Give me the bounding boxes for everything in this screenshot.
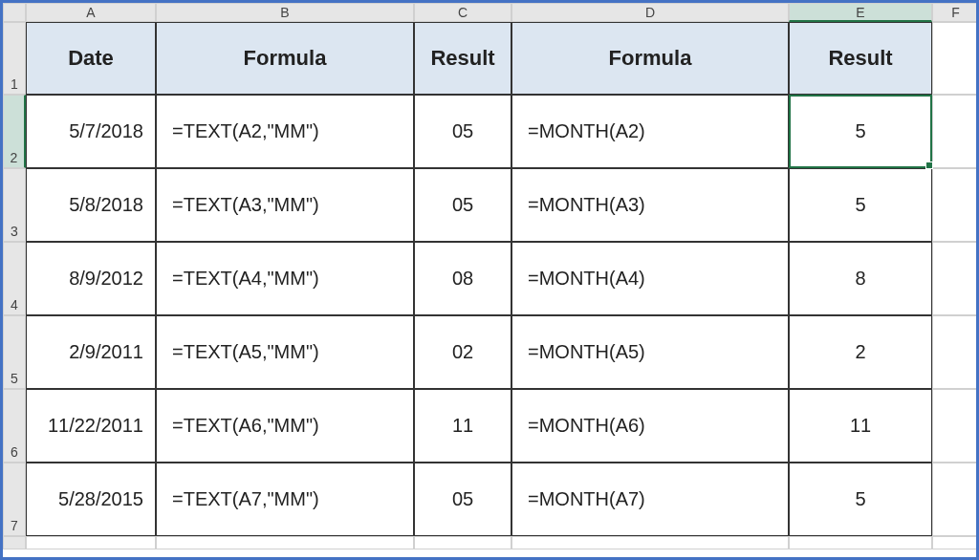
cell-f6[interactable]	[932, 389, 979, 463]
cell-e8[interactable]	[789, 536, 932, 549]
header-result-1[interactable]: Result	[414, 22, 511, 95]
cell-a6[interactable]: 11/22/2011	[26, 389, 156, 463]
row-header-7[interactable]: 7	[3, 463, 26, 536]
header-formula-2[interactable]: Formula	[511, 22, 789, 95]
select-all-corner[interactable]	[3, 3, 26, 22]
cell-a5[interactable]: 2/9/2011	[26, 315, 156, 389]
row-header-1[interactable]: 1	[3, 22, 26, 95]
cell-a4[interactable]: 8/9/2012	[26, 242, 156, 315]
row-header-4[interactable]: 4	[3, 242, 26, 315]
cell-e3[interactable]: 5	[789, 168, 932, 242]
cell-c4[interactable]: 08	[414, 242, 511, 315]
cell-b6[interactable]: =TEXT(A6,"MM")	[156, 389, 414, 463]
col-header-c[interactable]: C	[414, 3, 511, 22]
cell-e5[interactable]: 2	[789, 315, 932, 389]
cell-d8[interactable]	[511, 536, 789, 549]
cell-f2[interactable]	[932, 95, 979, 168]
cell-d3[interactable]: =MONTH(A3)	[511, 168, 789, 242]
cell-f7[interactable]	[932, 463, 979, 536]
cell-d4[interactable]: =MONTH(A4)	[511, 242, 789, 315]
row-header-5[interactable]: 5	[3, 315, 26, 389]
cell-d2[interactable]: =MONTH(A2)	[511, 95, 789, 168]
row-header-3[interactable]: 3	[3, 168, 26, 242]
cell-b5[interactable]: =TEXT(A5,"MM")	[156, 315, 414, 389]
cell-f3[interactable]	[932, 168, 979, 242]
cell-e4[interactable]: 8	[789, 242, 932, 315]
cell-a7[interactable]: 5/28/2015	[26, 463, 156, 536]
cell-c2[interactable]: 05	[414, 95, 511, 168]
col-header-e[interactable]: E	[789, 3, 932, 22]
cell-d6[interactable]: =MONTH(A6)	[511, 389, 789, 463]
cell-d5[interactable]: =MONTH(A5)	[511, 315, 789, 389]
cell-f8[interactable]	[932, 536, 979, 549]
header-result-2[interactable]: Result	[789, 22, 932, 95]
cell-b2[interactable]: =TEXT(A2,"MM")	[156, 95, 414, 168]
col-header-d[interactable]: D	[511, 3, 789, 22]
cell-c7[interactable]: 05	[414, 463, 511, 536]
header-formula-1[interactable]: Formula	[156, 22, 414, 95]
cell-f1[interactable]	[932, 22, 979, 95]
row-header-8[interactable]	[3, 536, 26, 549]
cell-b3[interactable]: =TEXT(A3,"MM")	[156, 168, 414, 242]
cell-f4[interactable]	[932, 242, 979, 315]
header-date[interactable]: Date	[26, 22, 156, 95]
cell-e2[interactable]: 5	[789, 95, 932, 168]
col-header-b[interactable]: B	[156, 3, 414, 22]
cell-c6[interactable]: 11	[414, 389, 511, 463]
cell-b8[interactable]	[156, 536, 414, 549]
row-header-2[interactable]: 2	[3, 95, 26, 168]
spreadsheet-grid: A B C D E F 1 Date Formula Result Formul…	[3, 3, 976, 557]
row-header-6[interactable]: 6	[3, 389, 26, 463]
cell-a3[interactable]: 5/8/2018	[26, 168, 156, 242]
col-header-a[interactable]: A	[26, 3, 156, 22]
cell-a2[interactable]: 5/7/2018	[26, 95, 156, 168]
cell-a8[interactable]	[26, 536, 156, 549]
cell-e6[interactable]: 11	[789, 389, 932, 463]
cell-e7[interactable]: 5	[789, 463, 932, 536]
cell-b4[interactable]: =TEXT(A4,"MM")	[156, 242, 414, 315]
cell-c3[interactable]: 05	[414, 168, 511, 242]
cell-b7[interactable]: =TEXT(A7,"MM")	[156, 463, 414, 536]
cell-c5[interactable]: 02	[414, 315, 511, 389]
col-header-f[interactable]: F	[932, 3, 979, 22]
cell-c8[interactable]	[414, 536, 511, 549]
cell-d7[interactable]: =MONTH(A7)	[511, 463, 789, 536]
cell-f5[interactable]	[932, 315, 979, 389]
